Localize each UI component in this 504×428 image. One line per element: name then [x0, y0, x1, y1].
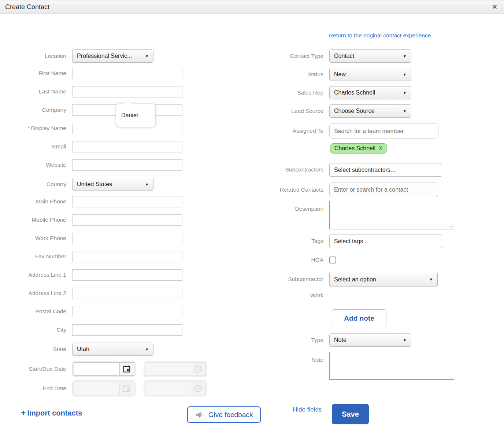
- assigned-to-label: Assigned To: [234, 128, 323, 134]
- country-select[interactable]: United States ▼: [72, 178, 153, 191]
- field-row-email: Email: [0, 141, 182, 152]
- plus-icon: +: [21, 408, 26, 418]
- address-line-1-label: Address Line 1: [0, 272, 66, 278]
- field-row-contact-type: Contact Type Contact ▼: [234, 49, 411, 63]
- create-contact-dialog: Create Contact ✕ Return to the original …: [0, 0, 504, 428]
- hide-fields-link[interactable]: Hide fields: [293, 406, 322, 413]
- address-line-2-input[interactable]: [72, 288, 182, 299]
- city-input[interactable]: [72, 324, 182, 336]
- name-tooltip: Daniel: [116, 104, 155, 127]
- website-input[interactable]: [72, 159, 182, 171]
- status-select[interactable]: New ▼: [329, 68, 411, 81]
- calendar-icon: [119, 382, 134, 395]
- import-contacts-link[interactable]: + Import contacts: [21, 408, 82, 418]
- return-to-original-link[interactable]: Return to the original contact experienc…: [329, 32, 431, 39]
- field-row-related-contacts: Related Contacts: [234, 182, 438, 197]
- field-row-assigned-to: Assigned To: [234, 123, 438, 139]
- main-phone-input[interactable]: [72, 196, 182, 207]
- dialog-titlebar: Create Contact ✕: [0, 0, 504, 14]
- field-row-work: Work: [234, 292, 329, 299]
- sales-rep-select[interactable]: Charles Schnell ▼: [329, 86, 411, 99]
- field-row-work-phone: Work Phone: [0, 233, 182, 244]
- sales-rep-label: Sales Rep: [234, 89, 323, 96]
- fax-number-input[interactable]: [72, 251, 182, 262]
- field-row-website: Website: [0, 159, 182, 171]
- field-row-lead-source: Lead Source Choose Source ▼: [234, 104, 411, 118]
- assigned-to-search-input[interactable]: [329, 123, 438, 139]
- country-value: United States: [77, 181, 112, 188]
- assigned-member-chip: Charles Schnell X: [330, 143, 387, 154]
- status-label: Status: [234, 71, 323, 78]
- email-input[interactable]: [72, 141, 182, 152]
- field-row-subcontractors: Subcontractors Select subcontractors...: [234, 163, 442, 177]
- lead-source-select[interactable]: Choose Source ▼: [329, 104, 411, 118]
- related-contacts-label: Related Contacts: [234, 187, 323, 193]
- postal-code-input[interactable]: [72, 306, 182, 317]
- subcontractor-value: Select an option: [334, 276, 376, 283]
- last-name-label: Last Name: [0, 88, 66, 95]
- add-note-button[interactable]: Add note: [332, 309, 386, 327]
- email-label: Email: [0, 143, 66, 150]
- hoa-checkbox[interactable]: [329, 257, 336, 263]
- state-select[interactable]: Utah ▼: [72, 343, 153, 356]
- dropdown-arrow-icon: ▼: [403, 73, 407, 77]
- clock-icon: [191, 382, 205, 395]
- field-row-country: Country United States ▼: [0, 178, 153, 191]
- state-value: Utah: [77, 346, 89, 353]
- description-textarea[interactable]: [329, 201, 454, 229]
- end-time-input: [145, 382, 191, 395]
- calendar-icon[interactable]: [119, 362, 134, 376]
- field-row-hoa: HOA: [234, 257, 336, 263]
- work-phone-input[interactable]: [72, 233, 182, 244]
- city-label: City: [0, 326, 66, 333]
- resize-handle-icon[interactable]: [449, 374, 453, 379]
- main-phone-label: Main Phone: [0, 198, 66, 205]
- address-line-1-input[interactable]: [72, 269, 182, 281]
- end-date-picker: [72, 380, 136, 396]
- give-feedback-button[interactable]: Give feedback: [187, 406, 261, 423]
- page-title: Create Contact: [5, 3, 49, 11]
- field-row-end-date: End Date: [0, 380, 207, 396]
- tags-label: Tags: [234, 238, 323, 245]
- subcontractors-multiselect[interactable]: Select subcontractors...: [329, 163, 442, 177]
- close-icon[interactable]: ✕: [492, 4, 497, 10]
- field-row-first-name: First Name: [0, 68, 182, 79]
- tags-multiselect[interactable]: Select tags...: [329, 235, 442, 248]
- state-label: State: [0, 346, 66, 353]
- field-row-tags: Tags Select tags...: [234, 235, 442, 248]
- field-row-address-line-2: Address Line 2: [0, 288, 182, 299]
- subcontractors-label: Subcontractors: [234, 166, 323, 173]
- display-name-label: *Display Name: [0, 125, 66, 132]
- import-contacts-label: Import contacts: [27, 409, 82, 417]
- subcontractor-label: Subcontractor: [234, 276, 323, 283]
- last-name-input[interactable]: [72, 86, 182, 97]
- company-label: Company: [0, 107, 66, 114]
- note-textarea[interactable]: [329, 352, 454, 380]
- start-due-date-input[interactable]: [74, 362, 119, 376]
- first-name-input[interactable]: [72, 68, 182, 79]
- lead-source-label: Lead Source: [234, 108, 323, 115]
- lead-source-value: Choose Source: [334, 108, 374, 114]
- resize-handle-icon[interactable]: [449, 224, 453, 228]
- field-row-city: City: [0, 324, 182, 336]
- type-select[interactable]: Note ▼: [329, 333, 411, 347]
- start-due-date-label: Start/Due Date: [0, 366, 66, 373]
- subcontractor-select[interactable]: Select an option ▼: [329, 272, 438, 287]
- dropdown-arrow-icon: ▼: [403, 338, 407, 342]
- field-row-description: Description: [234, 201, 454, 229]
- location-select[interactable]: Professional Servic... ▼: [72, 49, 153, 63]
- dropdown-arrow-icon: ▼: [145, 54, 149, 58]
- mobile-phone-input[interactable]: [72, 214, 182, 226]
- megaphone-icon: [195, 411, 205, 419]
- contact-type-label: Contact Type: [234, 53, 323, 60]
- chip-remove-icon[interactable]: X: [379, 145, 383, 152]
- save-button[interactable]: Save: [332, 404, 369, 424]
- field-row-fax-number: Fax Number: [0, 251, 182, 262]
- tags-placeholder: Select tags...: [334, 238, 368, 245]
- location-label: Location: [0, 53, 66, 60]
- clock-icon: [191, 362, 205, 376]
- related-contacts-input[interactable]: [329, 182, 438, 197]
- description-label: Description: [234, 206, 323, 213]
- note-label: Note: [234, 357, 323, 364]
- contact-type-select[interactable]: Contact ▼: [329, 49, 411, 63]
